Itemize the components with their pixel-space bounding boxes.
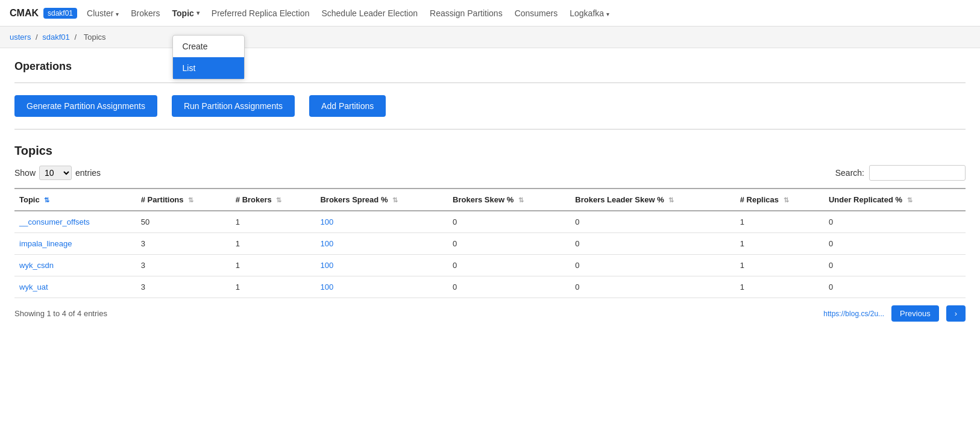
leader-skew-cell: 0: [570, 255, 735, 276]
spread-link[interactable]: 100: [320, 261, 333, 270]
logkafka-dropdown-arrow: ▾: [606, 11, 609, 17]
col-topic[interactable]: Topic ⇅: [14, 189, 136, 211]
leader-skew-cell: 0: [570, 233, 735, 255]
breadcrumb-sep2: /: [74, 33, 78, 42]
next-button[interactable]: ›: [946, 305, 966, 322]
col-brokers[interactable]: # Brokers ⇅: [231, 189, 316, 211]
leader-skew-sort-icon: ⇅: [668, 196, 674, 204]
partitions-cell: 3: [136, 276, 231, 298]
skew-cell: 0: [448, 233, 570, 255]
replicas-cell: 1: [735, 233, 824, 255]
nav-topic[interactable]: Topic ▾: [172, 8, 199, 18]
col-leader-skew[interactable]: Brokers Leader Skew % ⇅: [570, 189, 735, 211]
under-replicated-sort-icon: ⇅: [907, 196, 912, 204]
col-under-replicated[interactable]: Under Replicated % ⇅: [824, 189, 966, 211]
nav-consumers[interactable]: Consumers: [515, 8, 558, 18]
replicas-sort-icon: ⇅: [784, 196, 789, 204]
partitions-cell: 3: [136, 255, 231, 276]
brokers-cell: 1: [231, 211, 316, 233]
table-footer: Showing 1 to 4 of 4 entries https://blog…: [14, 305, 966, 322]
table-controls: Show 10 25 50 100 entries Search:: [14, 165, 966, 181]
run-partition-assignments-button[interactable]: Run Partition Assignments: [172, 95, 295, 117]
breadcrumb-topics: Topics: [84, 33, 106, 42]
under-replicated-cell: 0: [824, 233, 966, 255]
partitions-cell: 3: [136, 233, 231, 255]
nav-schedule-leader[interactable]: Schedule Leader Election: [321, 8, 418, 18]
brand-name: CMAK: [10, 8, 39, 19]
topic-cell: impala_lineage: [14, 233, 136, 255]
brokers-cell: 1: [231, 233, 316, 255]
table-body: __consumer_offsets 50 1 100 0 0 1 0 impa…: [14, 211, 966, 298]
nav-preferred-replica[interactable]: Preferred Replica Election: [212, 8, 310, 18]
search-label: Search:: [835, 168, 864, 178]
table-row: impala_lineage 3 1 100 0 0 1 0: [14, 233, 966, 255]
showing-entries-text: Showing 1 to 4 of 4 entries: [14, 309, 107, 318]
spread-link[interactable]: 100: [320, 217, 333, 226]
cluster-badge[interactable]: sdakf01: [43, 8, 77, 19]
topic-link[interactable]: __consumer_offsets: [19, 217, 90, 226]
breadcrumb: usters / sdakf01 / Topics: [0, 26, 980, 48]
spread-link[interactable]: 100: [320, 282, 333, 292]
operations-title: Operations: [14, 60, 966, 73]
replicas-cell: 1: [735, 276, 824, 298]
skew-cell: 0: [448, 211, 570, 233]
partitions-cell: 50: [136, 211, 231, 233]
under-replicated-cell: 0: [824, 211, 966, 233]
table-row: __consumer_offsets 50 1 100 0 0 1 0: [14, 211, 966, 233]
skew-cell: 0: [448, 276, 570, 298]
under-replicated-cell: 0: [824, 255, 966, 276]
topic-cell: __consumer_offsets: [14, 211, 136, 233]
topic-dropdown-menu: Create List: [172, 35, 245, 80]
replicas-cell: 1: [735, 255, 824, 276]
add-partitions-button[interactable]: Add Partitions: [309, 95, 386, 117]
breadcrumb-sep1: /: [36, 33, 40, 42]
topics-title: Topics: [14, 144, 966, 158]
topic-link[interactable]: wyk_uat: [19, 282, 48, 292]
footer-url: https://blog.cs/2u...: [823, 310, 884, 318]
navbar: CMAK sdakf01 Cluster ▾ Brokers Topic ▾ C…: [0, 0, 980, 26]
spread-link[interactable]: 100: [320, 239, 333, 248]
entries-select[interactable]: 10 25 50 100: [39, 166, 72, 180]
brokers-sort-icon: ⇅: [276, 196, 281, 204]
breadcrumb-clusters[interactable]: usters: [10, 33, 31, 42]
col-spread[interactable]: Brokers Spread % ⇅: [315, 189, 448, 211]
nav-reassign[interactable]: Reassign Partitions: [430, 8, 503, 18]
cluster-dropdown-arrow: ▾: [116, 11, 119, 17]
previous-button[interactable]: Previous: [891, 305, 939, 322]
topic-sort-icon: ⇅: [44, 196, 49, 204]
table-header: Topic ⇅ # Partitions ⇅ # Brokers ⇅ Broke…: [14, 189, 966, 211]
leader-skew-cell: 0: [570, 211, 735, 233]
spread-cell: 100: [315, 211, 448, 233]
skew-cell: 0: [448, 255, 570, 276]
operations-bar: Generate Partition Assignments Run Parti…: [14, 83, 966, 129]
spread-cell: 100: [315, 276, 448, 298]
topics-table: Topic ⇅ # Partitions ⇅ # Brokers ⇅ Broke…: [14, 188, 966, 298]
table-row: wyk_csdn 3 1 100 0 0 1 0: [14, 255, 966, 276]
nav-cluster[interactable]: Cluster ▾: [87, 8, 119, 18]
show-entries-control: Show 10 25 50 100 entries: [14, 166, 101, 180]
topic-link[interactable]: impala_lineage: [19, 239, 72, 248]
topic-link[interactable]: wyk_csdn: [19, 261, 54, 270]
topic-dropdown-wrapper: Topic ▾ Create List: [172, 8, 212, 18]
col-partitions[interactable]: # Partitions ⇅: [136, 189, 231, 211]
under-replicated-cell: 0: [824, 276, 966, 298]
col-skew[interactable]: Brokers Skew % ⇅: [448, 189, 570, 211]
topic-dropdown-arrow: ▾: [196, 10, 199, 16]
col-replicas[interactable]: # Replicas ⇅: [735, 189, 824, 211]
main-content: Operations Generate Partition Assignment…: [0, 48, 980, 334]
breadcrumb-cluster[interactable]: sdakf01: [42, 33, 70, 42]
spread-sort-icon: ⇅: [392, 196, 398, 204]
nav-brokers[interactable]: Brokers: [131, 8, 160, 18]
search-input[interactable]: [869, 165, 966, 181]
spread-cell: 100: [315, 233, 448, 255]
topic-dropdown-create[interactable]: Create: [173, 36, 244, 57]
generate-partition-assignments-button[interactable]: Generate Partition Assignments: [14, 95, 157, 117]
leader-skew-cell: 0: [570, 276, 735, 298]
search-area: Search:: [835, 165, 966, 181]
partitions-sort-icon: ⇅: [188, 196, 193, 204]
replicas-cell: 1: [735, 211, 824, 233]
spread-cell: 100: [315, 255, 448, 276]
topic-dropdown-list[interactable]: List: [173, 57, 244, 79]
brokers-cell: 1: [231, 276, 316, 298]
nav-logkafka[interactable]: Logkafka ▾: [570, 8, 609, 18]
